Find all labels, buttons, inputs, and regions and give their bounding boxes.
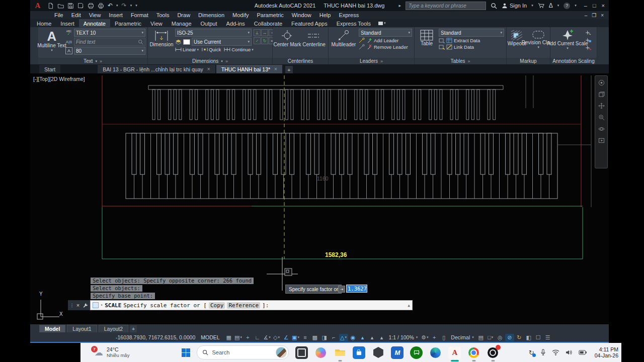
undo-icon[interactable]: ↶ <box>108 3 113 9</box>
link-data-button[interactable]: Link Data <box>454 44 474 50</box>
center-mark-button[interactable]: Center Mark <box>275 29 300 47</box>
tab-insert[interactable]: Insert <box>56 19 79 27</box>
save-icon[interactable] <box>67 3 74 9</box>
extract-data-button[interactable]: Extract Data <box>454 38 480 43</box>
weather-widget[interactable]: ☁7 24°C Nhiều mây <box>95 347 129 358</box>
panel-dimensions-expander[interactable]: » <box>225 59 228 64</box>
dim-adjust-space-icon[interactable]: ↔ <box>261 29 268 36</box>
object-snap-toggle[interactable]: ▣▾ <box>291 334 300 341</box>
panel-tables-expander[interactable]: » <box>467 59 470 64</box>
grid-toggle[interactable]: ▦ <box>224 334 233 341</box>
search-icon[interactable] <box>491 3 497 9</box>
dim-inspect-icon[interactable]: ✓ <box>254 37 261 44</box>
file-explorer-icon[interactable] <box>334 346 346 359</box>
tab-start[interactable]: Start <box>39 65 60 73</box>
menu-modify[interactable]: Modify <box>228 12 253 18</box>
taskbar-clock[interactable]: 4:11 PM 04-Jan-26 <box>595 346 618 358</box>
table-style-select[interactable]: Standard▾ <box>439 29 504 37</box>
start-button[interactable] <box>182 348 190 357</box>
search-expand-icon[interactable]: ▸ <box>398 4 401 8</box>
selection-filtering-toggle[interactable]: △▾ <box>339 334 348 341</box>
tab-thuc-hanh[interactable]: THUC HANH bai 13*× <box>216 65 282 73</box>
graphics-performance-toggle[interactable]: ⊘ <box>505 334 514 341</box>
doc-minimize-button[interactable]: – <box>585 13 588 18</box>
command-close-icon[interactable]: × <box>76 302 79 308</box>
tab-model[interactable]: Model <box>39 325 65 332</box>
search-highlight-image[interactable] <box>276 347 287 358</box>
annotation-autoscale-toggle[interactable]: ▴ <box>368 334 377 341</box>
status-customize-menu[interactable]: ☰ <box>543 334 552 341</box>
new-drawing-tab-button[interactable]: + <box>285 66 293 73</box>
help-dropdown-icon[interactable]: ▾ <box>575 4 577 8</box>
model-space-label[interactable]: MODEL <box>201 334 219 340</box>
redo-icon[interactable]: ↷ <box>122 3 127 9</box>
plot-icon[interactable] <box>88 3 94 9</box>
app-window-icon[interactable] <box>295 346 308 359</box>
mleader-style-select[interactable]: Standard▾ <box>359 29 412 37</box>
annotation-visibility-toggle[interactable]: ▴ <box>358 334 367 341</box>
menu-format[interactable]: Format <box>127 12 152 18</box>
object-snap-tracking-toggle[interactable]: ∠ <box>282 334 291 341</box>
menu-dimension[interactable]: Dimension <box>194 12 228 18</box>
tab-bai13-close-icon[interactable]: × <box>207 66 210 72</box>
workspace-switching-button[interactable]: ⚙▾ <box>420 334 429 341</box>
qat-customize-icon[interactable]: ▾ <box>135 4 137 8</box>
microphone-icon[interactable] <box>540 349 546 356</box>
tab-layout1[interactable]: Layout1 <box>67 325 97 332</box>
print-icon[interactable] <box>98 3 104 9</box>
tab-view[interactable]: View <box>146 19 167 27</box>
ribbon-display-toggle[interactable]: ▾ <box>378 19 386 27</box>
dynamic-input-value[interactable] <box>346 285 367 293</box>
dimension-button[interactable]: Dimension <box>150 29 173 47</box>
window-minimize-button[interactable]: – <box>584 3 587 9</box>
find-magnifier-icon[interactable] <box>138 39 143 45</box>
annotation-scale-icon[interactable]: ▴ <box>377 334 386 341</box>
command-option-reference[interactable]: Reference <box>227 302 260 309</box>
tab-thuc-hanh-close-icon[interactable]: × <box>274 66 277 72</box>
menu-draw[interactable]: Draw <box>173 12 194 18</box>
multileader-button[interactable]: Multileader <box>331 29 357 47</box>
keyword-search-input[interactable] <box>406 2 486 10</box>
gizmo-toggle[interactable]: ◉ <box>349 334 358 341</box>
menu-file[interactable]: File <box>50 12 67 18</box>
centerline-button[interactable]: Centerline <box>302 29 326 47</box>
open-folder-icon[interactable] <box>57 3 64 9</box>
undo-dropdown-icon[interactable]: ▾ <box>116 4 118 8</box>
dim-break-icon[interactable]: ⊥ <box>254 29 261 36</box>
edge-icon[interactable] <box>429 346 442 359</box>
tab-manage[interactable]: Manage <box>167 19 196 27</box>
add-leader-button[interactable]: Add Leader <box>374 38 398 43</box>
panel-text-title[interactable]: Text▾» <box>38 58 147 64</box>
dim-style-select[interactable]: ISO-25▾ <box>175 29 252 37</box>
polar-tracking-toggle[interactable]: ∡▾ <box>263 334 272 341</box>
selection-cycling-toggle[interactable]: ◨ <box>320 334 329 341</box>
update-sync-icon[interactable]: ↻ <box>529 348 534 357</box>
fullnav-wheel-icon[interactable] <box>598 79 605 86</box>
menu-edit[interactable]: Edit <box>67 12 85 18</box>
spell-check-icon[interactable]: ABC✓ <box>65 29 72 36</box>
linear-dimension-button[interactable]: Linear▾ <box>175 47 199 52</box>
text-style-select[interactable]: TEXT 10▾ <box>74 29 145 37</box>
panel-leaders-title[interactable]: Leaders» <box>329 58 414 64</box>
battery-icon[interactable] <box>579 350 587 355</box>
revision-cloud-button[interactable]: Revision Cloud ▾ <box>528 29 549 49</box>
menu-view[interactable]: View <box>85 12 105 18</box>
annotation-scale-list-icon[interactable] <box>585 37 591 43</box>
units-value[interactable]: Decimal▾ <box>449 334 475 340</box>
navigation-bar[interactable] <box>595 75 608 168</box>
hardware-acceleration-icon[interactable]: ↻ <box>515 334 524 341</box>
customize-wrench-icon[interactable] <box>83 303 88 308</box>
panel-dimensions-title[interactable]: Dimensions▾» <box>148 58 272 64</box>
isolate-objects-button[interactable]: ◎ <box>496 334 505 341</box>
volume-icon[interactable] <box>566 349 573 355</box>
window-maximize-button[interactable]: □ <box>593 3 596 9</box>
save-as-icon[interactable] <box>77 3 84 9</box>
tab-addins[interactable]: Add-ins <box>222 19 250 27</box>
clean-screen-toggle[interactable]: ◧ <box>524 334 533 341</box>
pan-icon[interactable] <box>598 103 605 109</box>
isometric-drafting-toggle[interactable]: ◇▾ <box>272 334 281 341</box>
tab-layout2[interactable]: Layout2 <box>99 325 128 332</box>
command-input[interactable]: ▾ SCALE Specify scale factor or [ Copy R… <box>90 300 413 310</box>
doc-close-button[interactable]: × <box>601 13 604 18</box>
menu-help[interactable]: Help <box>315 12 335 18</box>
